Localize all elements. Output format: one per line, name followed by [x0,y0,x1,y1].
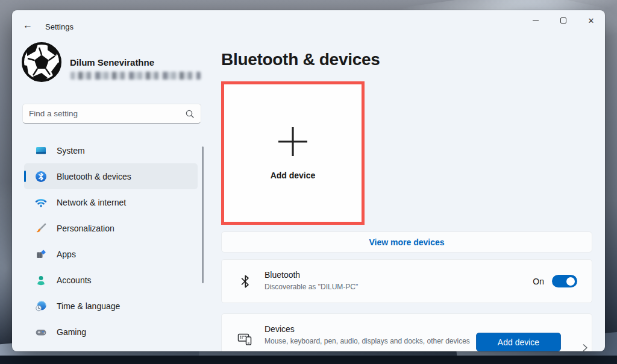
sidebar-scrollbar[interactable] [202,146,204,283]
sidebar-item-network-internet[interactable]: Network & internet [24,189,198,215]
sidebar-item-label: Accounts [57,275,92,285]
sidebar-item-label: Network & internet [57,198,126,207]
add-device-tile[interactable]: Add device [221,81,365,225]
settings-window: ← Settings ✕ [12,10,605,351]
sidebar-item-label: Gaming [57,327,86,337]
search-box[interactable] [22,104,201,124]
search-icon [185,109,195,119]
back-button[interactable]: ← [20,19,35,32]
titlebar[interactable]: ← Settings ✕ [12,10,605,34]
avatar [21,42,62,83]
minimize-button[interactable] [522,10,550,31]
sidebar-nav: System Bluetooth & devices [24,137,198,345]
sidebar-item-label: Bluetooth & devices [57,172,131,181]
caption-controls: ✕ [522,10,605,31]
sidebar-item-time-language[interactable]: Time & language [24,293,198,319]
add-device-button[interactable]: Add device [476,333,561,351]
bluetooth-toggle-state: On [533,277,544,286]
time-language-icon [35,300,47,312]
bluetooth-row-title: Bluetooth [265,270,358,280]
sidebar-item-gaming[interactable]: Gaming [24,319,198,345]
personalization-icon [35,222,47,234]
bluetooth-toggle[interactable] [552,275,577,287]
sidebar-item-personalization[interactable]: Personalization [24,215,198,241]
chevron-right-icon[interactable] [581,344,589,351]
bluetooth-icon [35,171,47,183]
sidebar-item-label: System [57,146,85,155]
minimize-icon [533,20,539,21]
devices-icon [237,331,253,347]
bluetooth-row-subtitle: Discoverable as "DILUM-PC" [265,282,358,292]
page-title: Bluetooth & devices [221,50,380,69]
sidebar-item-label: Personalization [57,224,114,233]
bluetooth-row[interactable]: Bluetooth Discoverable as "DILUM-PC" On [221,259,592,303]
close-icon: ✕ [588,17,595,25]
sidebar-item-label: Apps [57,249,76,259]
close-button[interactable]: ✕ [577,10,605,31]
sidebar-item-label: Time & language [57,301,120,311]
gaming-icon [35,326,47,338]
search-input[interactable] [29,109,185,118]
sidebar-item-apps[interactable]: Apps [24,241,198,267]
network-icon [35,196,47,209]
maximize-button[interactable] [550,10,577,31]
wallpaper-base [0,356,617,364]
maximize-icon [560,17,566,24]
add-device-tile-label: Add device [271,171,316,180]
devices-row-subtitle: Mouse, keyboard, pen, audio, displays an… [265,336,470,346]
apps-icon [35,248,47,260]
accounts-icon [35,274,47,286]
bluetooth-glyph-icon [237,274,253,289]
sidebar-item-accounts[interactable]: Accounts [24,267,198,293]
desktop-wallpaper: ← Settings ✕ [0,0,617,364]
profile-name: Dilum Senevirathne [70,57,154,67]
system-icon [35,145,47,157]
plus-icon [277,126,308,157]
profile-email-redacted [70,72,201,80]
sidebar-item-bluetooth-devices[interactable]: Bluetooth & devices [24,163,198,189]
toggle-knob [566,277,575,286]
view-more-devices-button[interactable]: View more devices [221,231,592,253]
sidebar-item-system[interactable]: System [24,137,198,163]
devices-row-title: Devices [265,324,470,334]
window-title: Settings [45,22,74,31]
view-more-devices-label: View more devices [369,237,444,247]
selected-indicator [24,171,26,182]
